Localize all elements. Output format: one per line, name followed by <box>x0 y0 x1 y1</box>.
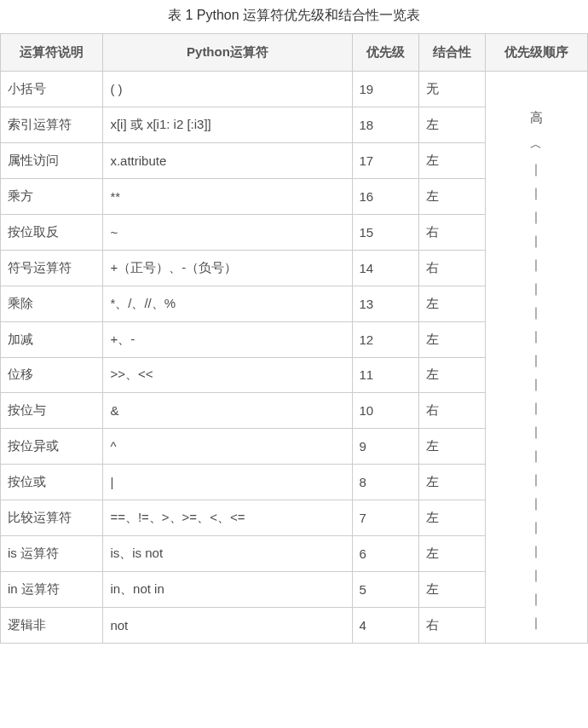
cell-op: ** <box>103 178 352 214</box>
header-assoc: 结合性 <box>418 34 485 72</box>
order-dash: ｜ <box>493 515 580 539</box>
cell-prio: 7 <box>352 500 418 536</box>
cell-assoc: 左 <box>418 500 485 536</box>
order-dash: ｜ <box>493 181 580 205</box>
header-op: Python运算符 <box>103 34 352 72</box>
cell-desc: 按位取反 <box>1 214 103 250</box>
order-dash: ｜ <box>493 276 580 300</box>
header-desc: 运算符说明 <box>1 34 103 72</box>
cell-assoc: 右 <box>418 214 485 250</box>
cell-op: ==、!=、>、>=、<、<= <box>103 500 352 536</box>
order-dash: ｜ <box>493 205 580 228</box>
order-dash: ｜ <box>493 491 580 515</box>
cell-prio: 15 <box>352 214 418 250</box>
cell-desc: 乘除 <box>1 286 103 321</box>
cell-prio: 18 <box>352 107 418 142</box>
cell-desc: is 运算符 <box>1 536 103 572</box>
order-dash: ｜ <box>493 419 580 443</box>
cell-prio: 13 <box>352 286 418 321</box>
cell-assoc: 左 <box>418 321 485 357</box>
order-dash: ｜ <box>493 443 580 467</box>
order-dash: ｜ <box>493 563 580 586</box>
operator-precedence-table: 运算符说明 Python运算符 优先级 结合性 优先级顺序 小括号 ( ) 19… <box>0 33 588 644</box>
cell-desc: 按位与 <box>1 393 103 429</box>
cell-op: not <box>103 608 352 644</box>
cell-desc: 比较运算符 <box>1 500 103 536</box>
cell-op: ~ <box>103 214 352 250</box>
cell-prio: 10 <box>352 393 418 429</box>
order-dash: ｜ <box>493 372 580 396</box>
cell-assoc: 左 <box>418 178 485 214</box>
cell-prio: 4 <box>352 608 418 644</box>
cell-desc: 按位异或 <box>1 429 103 465</box>
cell-desc: 位移 <box>1 357 103 393</box>
header-order: 优先级顺序 <box>485 34 587 72</box>
cell-assoc: 左 <box>418 572 485 608</box>
cell-desc: 索引运算符 <box>1 107 103 142</box>
cell-assoc: 右 <box>418 608 485 644</box>
order-dash: ｜ <box>493 228 580 252</box>
table-caption: 表 1 Python 运算符优先级和结合性一览表 <box>0 0 588 33</box>
cell-op: x[i] 或 x[i1: i2 [:i3]] <box>103 107 352 142</box>
cell-assoc: 左 <box>418 142 485 178</box>
cell-assoc: 左 <box>418 357 485 393</box>
cell-prio: 11 <box>352 357 418 393</box>
cell-op: +、- <box>103 321 352 357</box>
order-dash: ｜ <box>493 348 580 372</box>
cell-op: | <box>103 465 352 500</box>
cell-op: *、/、//、% <box>103 286 352 321</box>
cell-prio: 9 <box>352 429 418 465</box>
cell-prio: 17 <box>352 142 418 178</box>
order-dash: ｜ <box>493 157 580 181</box>
order-dash: ｜ <box>493 610 580 634</box>
cell-assoc: 右 <box>418 393 485 429</box>
order-high-label: 高 <box>493 106 580 129</box>
cell-assoc: 左 <box>418 429 485 465</box>
cell-assoc: 左 <box>418 107 485 142</box>
cell-assoc: 无 <box>418 72 485 107</box>
cell-op: x.attribute <box>103 142 352 178</box>
cell-desc: 属性访问 <box>1 142 103 178</box>
cell-op: +（正号）、-（负号） <box>103 250 352 286</box>
order-dash: ｜ <box>493 252 580 276</box>
cell-op: in、not in <box>103 572 352 608</box>
cell-desc: 按位或 <box>1 465 103 500</box>
cell-prio: 6 <box>352 536 418 572</box>
cell-prio: 5 <box>352 572 418 608</box>
order-dash: ｜ <box>493 324 580 348</box>
order-dash: ｜ <box>493 586 580 610</box>
cell-desc: in 运算符 <box>1 572 103 608</box>
order-dash: ｜ <box>493 467 580 491</box>
cell-op: & <box>103 393 352 429</box>
cell-prio: 19 <box>352 72 418 107</box>
order-dash: ｜ <box>493 539 580 563</box>
cell-assoc: 左 <box>418 465 485 500</box>
cell-prio: 12 <box>352 321 418 357</box>
cell-op: ^ <box>103 429 352 465</box>
cell-desc: 乘方 <box>1 178 103 214</box>
header-prio: 优先级 <box>352 34 418 72</box>
order-dash: ｜ <box>493 300 580 324</box>
cell-assoc: 右 <box>418 250 485 286</box>
cell-assoc: 左 <box>418 286 485 321</box>
cell-assoc: 左 <box>418 536 485 572</box>
table-header-row: 运算符说明 Python运算符 优先级 结合性 优先级顺序 <box>1 34 588 72</box>
cell-op: is、is not <box>103 536 352 572</box>
cell-desc: 逻辑非 <box>1 608 103 644</box>
cell-prio: 16 <box>352 178 418 214</box>
cell-order: 高 ︿ ｜ ｜ ｜ ｜ ｜ ｜ ｜ ｜ ｜ ｜ ｜ ｜ ｜ ｜ ｜ ｜ ｜ ｜ <box>485 72 587 644</box>
cell-desc: 加减 <box>1 321 103 357</box>
cell-op: ( ) <box>103 72 352 107</box>
arrow-up-icon: ︿ <box>493 134 580 155</box>
cell-prio: 14 <box>352 250 418 286</box>
cell-desc: 符号运算符 <box>1 250 103 286</box>
table-row: 小括号 ( ) 19 无 高 ︿ ｜ ｜ ｜ ｜ ｜ ｜ ｜ ｜ ｜ ｜ ｜ ｜… <box>1 72 588 107</box>
cell-op: >>、<< <box>103 357 352 393</box>
order-dash: ｜ <box>493 396 580 419</box>
cell-desc: 小括号 <box>1 72 103 107</box>
cell-prio: 8 <box>352 465 418 500</box>
